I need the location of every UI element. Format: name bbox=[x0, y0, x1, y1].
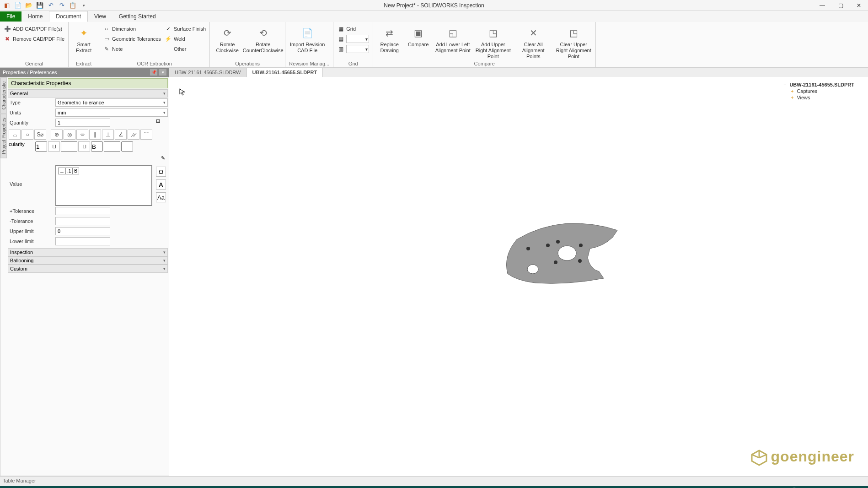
clear-all-button[interactable]: ✕Clear All Alignment Points bbox=[515, 24, 552, 60]
gdt-mod1-icon[interactable]: ⊔ bbox=[48, 141, 60, 152]
ll-point-icon: ◱ bbox=[445, 26, 460, 40]
lower-limit-input[interactable] bbox=[55, 237, 110, 245]
add-ur-button[interactable]: ◳Add Upper Right Alignment Point bbox=[475, 24, 511, 60]
grid-combo-1[interactable]: ▤▾ bbox=[337, 34, 369, 43]
maximize-button[interactable]: ▢ bbox=[831, 0, 850, 11]
rotate-ccw-button[interactable]: ⟲Rotate CounterClockwise bbox=[245, 24, 281, 54]
ocr-geotol-button[interactable]: ▭Geometric Tolerances bbox=[103, 34, 161, 43]
gdt-circularity-icon[interactable]: ○ bbox=[21, 130, 33, 140]
logo: goengineer bbox=[750, 448, 854, 467]
gdt-datum4-input[interactable] bbox=[121, 141, 133, 152]
qat-dropdown-icon[interactable]: ▾ bbox=[80, 1, 88, 10]
gdt-datum2-input[interactable] bbox=[91, 141, 103, 152]
section-ballooning[interactable]: Ballooning bbox=[8, 256, 168, 265]
geotol-icon: ▭ bbox=[103, 35, 110, 43]
gdt-cylindricity-icon[interactable]: ⌭ bbox=[128, 130, 139, 140]
gdt-datum3-input[interactable] bbox=[104, 141, 120, 152]
plus-tol-input[interactable] bbox=[55, 207, 110, 215]
gdt-position-icon[interactable]: ⊕ bbox=[51, 130, 63, 140]
main-area: UBW-21161-45655.SLDDRW UBW-21161-45655.S… bbox=[169, 68, 868, 476]
import-revision-button[interactable]: 📄Import Revision CAD File bbox=[289, 24, 326, 54]
upper-limit-input[interactable] bbox=[55, 227, 110, 235]
ocr-note-button[interactable]: ✎Note bbox=[103, 44, 161, 54]
gdt-angularity-icon[interactable]: ∠ bbox=[115, 130, 127, 140]
ribbon-group-general: ➕ADD CAD/PDF File(s) ✖Remove CAD/PDF Fil… bbox=[0, 22, 69, 67]
open-icon[interactable]: 📂 bbox=[25, 1, 33, 10]
ribbon-group-operations: ⟳Rotate Clockwise ⟲Rotate CounterClockwi… bbox=[210, 22, 285, 67]
omega-icon[interactable]: Ω bbox=[156, 167, 166, 177]
properties-panel: Characteristic Project Properties Charac… bbox=[0, 77, 169, 476]
side-tab-characteristic[interactable]: Characteristic bbox=[0, 77, 7, 114]
quantity-input[interactable] bbox=[55, 119, 110, 127]
font-icon[interactable]: A bbox=[156, 179, 166, 190]
doc-tab-1[interactable]: UBW-21161-45655.SLDDRW bbox=[169, 68, 247, 77]
ocr-dimension-button[interactable]: ↔Dimension bbox=[103, 24, 161, 33]
type-dropdown[interactable]: Geometric Tolerance bbox=[55, 98, 168, 107]
ocr-surface-button[interactable]: ✓Surface Finish bbox=[165, 24, 206, 33]
tree-views[interactable]: +Views bbox=[782, 94, 854, 101]
section-custom[interactable]: Custom bbox=[8, 265, 168, 273]
table-manager-tab[interactable]: Table Manager bbox=[3, 478, 36, 483]
doc-tab-2[interactable]: UBW-21161-45655.SLDPRT bbox=[247, 68, 323, 77]
window-title: New Project* - SOLIDWORKS Inspection bbox=[384, 2, 484, 9]
viewport-canvas[interactable]: −UBW-21161-45655.SLDPRT +Captures +Views bbox=[169, 77, 868, 476]
document-tabs: UBW-21161-45655.SLDDRW UBW-21161-45655.S… bbox=[169, 68, 868, 77]
value-tools: Ω A Aa bbox=[154, 165, 168, 204]
gdt-tol-input[interactable] bbox=[35, 141, 47, 152]
redo-icon[interactable]: ↷ bbox=[58, 1, 66, 10]
add-cad-pdf-button[interactable]: ➕ADD CAD/PDF File(s) bbox=[4, 24, 64, 33]
replace-drawing-button[interactable]: ⇄Replace Drawing bbox=[377, 24, 402, 54]
ruler-icon: ▤ bbox=[337, 35, 344, 43]
grid-button[interactable]: ▦Grid bbox=[337, 24, 369, 33]
add-ll-button[interactable]: ◱Add Lower Left Alignment Point bbox=[434, 24, 471, 54]
title-bar: ◧ 📄 📂 💾 ↶ ↷ 📋 ▾ New Project* - SOLIDWORK… bbox=[0, 0, 868, 11]
tree-captures[interactable]: +Captures bbox=[782, 88, 854, 94]
gdt-straightness-icon[interactable]: S⌀ bbox=[34, 130, 46, 140]
gdt-perpendicular-icon[interactable]: ⊥ bbox=[102, 130, 114, 140]
menu-file[interactable]: File bbox=[0, 11, 21, 22]
menu-home[interactable]: Home bbox=[21, 11, 49, 22]
gdt-symmetry-icon[interactable]: ⌯ bbox=[76, 130, 88, 140]
smart-extract-button[interactable]: ✦ Smart Extract bbox=[72, 24, 95, 54]
gdt-parallel-icon[interactable]: ∥ bbox=[89, 130, 101, 140]
gdt-type-dropdown[interactable]: cularity bbox=[9, 141, 34, 152]
value-textarea[interactable]: ⊥ .1 B bbox=[55, 165, 152, 206]
gdt-profile-icon[interactable]: ⌒ bbox=[140, 130, 152, 140]
rotate-cw-button[interactable]: ⟳Rotate Clockwise bbox=[214, 24, 241, 54]
menu-view[interactable]: View bbox=[88, 11, 113, 22]
gdt-mod2-icon[interactable]: ⊔ bbox=[78, 141, 90, 152]
gdt-concentric-icon[interactable]: ◎ bbox=[64, 130, 75, 140]
tree-root[interactable]: −UBW-21161-45655.SLDPRT bbox=[782, 81, 854, 88]
save-icon[interactable]: 💾 bbox=[36, 1, 44, 10]
units-dropdown[interactable]: mm bbox=[55, 108, 168, 117]
menu-bar: File Home Document View Getting Started bbox=[0, 11, 868, 22]
dock-pin-icon[interactable]: 📌 bbox=[150, 69, 157, 76]
close-button[interactable]: ✕ bbox=[850, 0, 868, 11]
smart-extract-icon: ✦ bbox=[76, 26, 91, 40]
quick-access-toolbar: ◧ 📄 📂 💾 ↶ ↷ 📋 ▾ bbox=[0, 1, 88, 10]
dock-menu-icon[interactable]: ▾ bbox=[159, 69, 166, 76]
gdt-edit-icon[interactable]: ✎ bbox=[161, 155, 165, 161]
new-icon[interactable]: 📄 bbox=[14, 1, 22, 10]
ruler-v-icon: ▥ bbox=[337, 45, 344, 53]
paste-icon[interactable]: 📋 bbox=[69, 1, 77, 10]
clear-ur-button[interactable]: ◳Clear Upper Right Alignment Point bbox=[555, 24, 592, 60]
menu-document[interactable]: Document bbox=[49, 11, 88, 22]
remove-cad-pdf-button[interactable]: ✖Remove CAD/PDF File bbox=[4, 34, 64, 43]
ocr-other-button[interactable]: Other bbox=[165, 44, 206, 54]
section-general[interactable]: General bbox=[8, 89, 168, 98]
compare-button[interactable]: ▣Compare bbox=[406, 24, 431, 48]
minimize-button[interactable]: — bbox=[813, 0, 831, 11]
gdt-datum1-input[interactable] bbox=[61, 141, 77, 152]
grid-combo-2[interactable]: ▥▾ bbox=[337, 44, 369, 54]
ocr-weld-button[interactable]: ⚡Weld bbox=[165, 34, 206, 43]
undo-icon[interactable]: ↶ bbox=[47, 1, 55, 10]
minus-tol-input[interactable] bbox=[55, 217, 110, 225]
case-icon[interactable]: Aa bbox=[156, 192, 166, 202]
gdt-flatness-icon[interactable]: ⌓ bbox=[9, 130, 21, 140]
side-tab-project[interactable]: Project Properties bbox=[0, 114, 7, 158]
menu-getting-started[interactable]: Getting Started bbox=[113, 11, 162, 22]
section-inspection[interactable]: Inspection bbox=[8, 248, 168, 256]
quantity-tool-icon[interactable]: ⊞ bbox=[156, 118, 168, 127]
add-file-icon: ➕ bbox=[4, 25, 11, 33]
